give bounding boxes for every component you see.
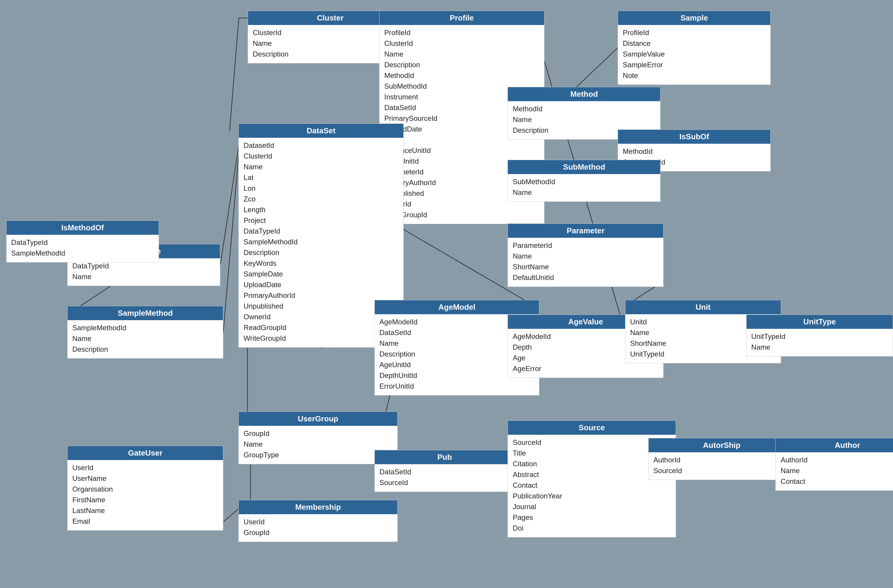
- entity-header-membership: Membership: [239, 500, 397, 514]
- field-datatype-name: Name: [72, 272, 215, 282]
- field-sample-distance: Distance: [623, 38, 765, 49]
- field-agemodel-errorunitid: ErrorUnitId: [380, 381, 535, 392]
- field-parameter-name: Name: [513, 251, 658, 262]
- entity-body-parameter: ParameterIdNameShortNameDefaultUnitId: [508, 238, 663, 286]
- field-author-authorid: AuthorId: [780, 455, 893, 465]
- field-membership-userid: UserId: [244, 517, 392, 527]
- entity-body-sample: ProfileIdDistanceSampleValueSampleErrorN…: [618, 25, 770, 84]
- field-method-name: Name: [513, 114, 655, 125]
- field-parameter-parameterid: ParameterId: [513, 240, 658, 251]
- field-dataset-sampledate: SampleDate: [244, 269, 398, 279]
- field-dataset-project: Project: [244, 215, 398, 226]
- field-sample-note: Note: [623, 70, 765, 81]
- entity-body-membership: UserIdGroupId: [239, 514, 397, 542]
- entity-header-gateuser: GateUser: [68, 446, 223, 460]
- field-parameter-shortname: ShortName: [513, 262, 658, 272]
- entity-sample: SampleProfileIdDistanceSampleValueSample…: [618, 11, 771, 85]
- entity-body-submethod: SubMethodIdName: [508, 174, 660, 201]
- field-dataset-uploaddate: UploadDate: [244, 279, 398, 290]
- field-source-contact: Contact: [513, 480, 671, 491]
- field-authorship-authorid: AuthorId: [653, 455, 790, 465]
- entity-header-ismethodof: IsMethodOf: [6, 221, 159, 235]
- field-dataset-lon: Lon: [244, 183, 398, 194]
- field-dataset-samplemethodid: SampleMethodId: [244, 237, 398, 247]
- entity-header-submethod: SubMethod: [508, 160, 660, 174]
- field-dataset-datasetid: DatasetId: [244, 140, 398, 151]
- field-agevalue-ageerror: AgeError: [513, 363, 658, 374]
- field-usergroup-grouptype: GroupType: [244, 450, 392, 460]
- field-usergroup-groupid: GroupId: [244, 428, 392, 439]
- entity-gateuser: GateUserUserIdUserNameOrganisationFirstN…: [67, 446, 223, 531]
- field-pub-sourceid: SourceId: [380, 477, 510, 488]
- field-ismethodof-samplemethodid: SampleMethodId: [11, 248, 154, 259]
- field-source-doi: Doi: [513, 523, 671, 534]
- field-sample-profileid: ProfileId: [623, 27, 765, 38]
- entity-samplemethod: SampleMethodSampleMethodIdNameDescriptio…: [67, 306, 223, 358]
- entity-membership: MembershipUserIdGroupId: [238, 500, 397, 542]
- entity-body-pub: DataSetIdSourceId: [375, 464, 515, 492]
- field-source-journal: Journal: [513, 501, 671, 512]
- field-membership-groupid: GroupId: [244, 527, 392, 538]
- entity-body-authorship: AuthorIdSourceId: [649, 452, 795, 480]
- svg-line-24: [223, 509, 238, 522]
- field-author-contact: Contact: [780, 476, 893, 487]
- field-profile-readgroupid: ReadGroupId: [384, 210, 540, 220]
- entity-header-samplemethod: SampleMethod: [68, 306, 223, 320]
- field-dataset-length: Length: [244, 204, 398, 215]
- field-source-abstract: Abstract: [513, 469, 671, 480]
- entity-usergroup: UserGroupGroupIdNameGroupType: [238, 411, 397, 464]
- field-gateuser-lastname: LastName: [72, 505, 218, 516]
- field-source-citation: Citation: [513, 459, 671, 469]
- field-dataset-clusterid: ClusterId: [244, 151, 398, 162]
- field-ismethodof-datatypeid: DataTypeId: [11, 237, 154, 248]
- field-submethod-name: Name: [513, 187, 655, 198]
- svg-line-15: [223, 156, 238, 332]
- entity-header-author: Author: [776, 438, 893, 452]
- entity-unittype: UnitTypeUnitTypeIdName: [746, 315, 893, 357]
- field-source-sourceid: SourceId: [513, 437, 671, 448]
- entity-body-samplemethod: SampleMethodIdNameDescription: [68, 320, 223, 358]
- entity-body-ismethodof: DataTypeIdSampleMethodId: [6, 235, 159, 262]
- entity-header-sample: Sample: [618, 11, 770, 25]
- field-samplemethod-name: Name: [72, 333, 218, 344]
- svg-line-1: [230, 18, 239, 131]
- field-profile-name: Name: [384, 49, 540, 60]
- field-dataset-keywords: KeyWords: [244, 258, 398, 269]
- field-profile-distanceunitid: DistanceUnitId: [384, 145, 540, 156]
- entity-header-profile: Profile: [380, 11, 544, 25]
- entity-header-agemodel: AgeModel: [375, 300, 540, 314]
- entity-pub: PubDataSetIdSourceId: [374, 450, 515, 492]
- field-source-title: Title: [513, 448, 671, 459]
- field-method-methodid: MethodId: [513, 104, 655, 114]
- entity-header-unit: Unit: [625, 300, 781, 314]
- entity-header-parameter: Parameter: [508, 224, 663, 238]
- field-gateuser-email: Email: [72, 516, 218, 527]
- field-usergroup-name: Name: [244, 439, 392, 450]
- field-gateuser-userid: UserId: [72, 462, 218, 473]
- entity-header-authorship: AutorShip: [649, 438, 795, 452]
- field-sample-sampleerror: SampleError: [623, 60, 765, 70]
- field-source-pages: Pages: [513, 512, 671, 523]
- entity-header-unittype: UnitType: [747, 315, 893, 329]
- field-profile-profileid: ProfileId: [384, 27, 540, 38]
- svg-line-14: [220, 147, 239, 265]
- field-samplemethod-description: Description: [72, 344, 218, 355]
- field-author-name: Name: [780, 465, 893, 476]
- entity-header-usergroup: UserGroup: [239, 412, 397, 426]
- field-gateuser-username: UserName: [72, 473, 218, 484]
- entity-authorship: AutorShipAuthorIdSourceId: [648, 438, 795, 480]
- field-issubof-methodid: MethodId: [623, 146, 765, 157]
- field-profile-methodid: MethodId: [384, 70, 540, 81]
- field-pub-datasetid: DataSetId: [380, 466, 510, 477]
- field-parameter-defaultunitid: DefaultUnitId: [513, 272, 658, 283]
- field-samplemethod-samplemethodid: SampleMethodId: [72, 322, 218, 333]
- field-dataset-zco: Zco: [244, 194, 398, 204]
- entity-body-usergroup: GroupIdNameGroupType: [239, 426, 397, 464]
- field-gateuser-firstname: FirstName: [72, 495, 218, 505]
- entity-header-dataset: DataSet: [239, 124, 403, 138]
- field-dataset-description: Description: [244, 247, 398, 258]
- field-source-publicationyear: PublicationYear: [513, 491, 671, 501]
- field-unittype-name: Name: [751, 342, 888, 352]
- field-dataset-primaryauthorid: PrimaryAuthorId: [244, 290, 398, 301]
- field-profile-clusterid: ClusterId: [384, 38, 540, 49]
